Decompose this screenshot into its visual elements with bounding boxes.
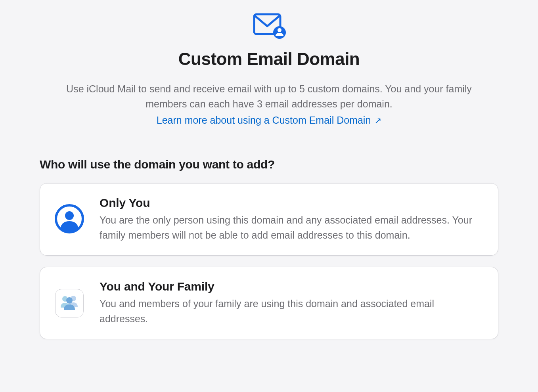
family-icon-box bbox=[55, 289, 84, 317]
option-only-you-desc: You are the only person using this domai… bbox=[100, 213, 484, 243]
option-family-title: You and Your Family bbox=[100, 280, 484, 293]
intro-text: Use iCloud Mail to send and receive emai… bbox=[59, 82, 479, 111]
option-only-you-title: Only You bbox=[100, 196, 484, 210]
svg-point-4 bbox=[65, 211, 74, 220]
family-group-icon bbox=[59, 294, 80, 312]
option-only-you[interactable]: Only You You are the only person using t… bbox=[40, 183, 498, 256]
mail-person-icon bbox=[252, 12, 287, 40]
header-icon-container bbox=[40, 12, 498, 40]
option-family-icon-container bbox=[54, 289, 84, 317]
svg-point-7 bbox=[66, 297, 73, 304]
svg-point-2 bbox=[278, 28, 281, 32]
section-heading: Who will use the domain you want to add? bbox=[40, 158, 498, 171]
option-family[interactable]: You and Your Family You and members of y… bbox=[40, 267, 498, 339]
svg-point-1 bbox=[273, 26, 286, 39]
option-family-desc: You and members of your family are using… bbox=[100, 296, 484, 326]
option-only-you-icon-container bbox=[54, 204, 84, 235]
person-circle-icon bbox=[54, 204, 84, 235]
option-only-you-content: Only You You are the only person using t… bbox=[100, 196, 484, 243]
learn-more-link[interactable]: Learn more about using a Custom Email Do… bbox=[40, 115, 498, 126]
learn-more-text: Learn more about using a Custom Email Do… bbox=[157, 115, 371, 126]
page-title: Custom Email Domain bbox=[40, 49, 498, 69]
option-family-content: You and Your Family You and members of y… bbox=[100, 280, 484, 326]
external-link-arrow-icon: ↗ bbox=[374, 116, 381, 126]
